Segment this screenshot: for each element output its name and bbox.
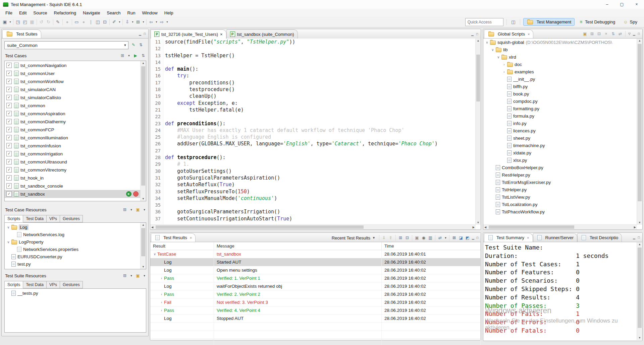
checkbox-icon[interactable]: ✓ [6, 159, 12, 164]
tree-file-comboboxhelper-py[interactable]: ComboBoxHelper.py [483, 164, 637, 171]
checkbox-icon[interactable]: ✓ [6, 119, 12, 124]
next-failure-icon[interactable]: ⇩ [381, 235, 387, 241]
maximize-view-icon[interactable]: □ [476, 235, 479, 241]
result-row[interactable]: ›FailNot verified: 3. VerPoint 328.06.20… [150, 298, 481, 306]
new-test-case-icon[interactable]: ⊞ [119, 53, 125, 59]
result-row[interactable]: LogStopped AUT28.06.2019 16:40:02 [150, 315, 481, 323]
test-suite-resources-tab-scripts[interactable]: Scripts [4, 281, 23, 288]
new-file-icon[interactable]: ⊞ [589, 31, 595, 37]
tree-file-tstlistview-py[interactable]: TstListView.py [483, 193, 637, 201]
tree-file-timemachine-py[interactable]: timemachine.py [483, 142, 637, 149]
filter-icon[interactable]: ⇄ [437, 235, 443, 241]
tree-file-xldate-py[interactable]: xldate.py [483, 149, 637, 156]
tree-file-tsterrormsgexerciser-py[interactable]: TstErrorMsgExerciser.py [483, 179, 637, 186]
menu-help[interactable]: Help [161, 9, 177, 16]
new-test-suite-icon[interactable]: ▣ [1, 18, 8, 26]
delete-icon[interactable]: × [603, 31, 609, 37]
checkbox-icon[interactable]: ✓ [6, 183, 12, 189]
tree-folder-examples[interactable]: ›examples [483, 68, 637, 75]
minimize-view-icon[interactable]: ▁ [632, 31, 636, 37]
suite-selector[interactable]: suite_Common ▼ [4, 41, 128, 49]
tree-folder-squish-global[interactable]: ∨squish-global(D:\OG05N0012E\Work\CZMS\P… [483, 39, 637, 46]
undo-icon[interactable]: ↺ [38, 18, 45, 26]
maximize-view-icon[interactable]: □ [475, 31, 479, 37]
sort-icon[interactable]: ⇅ [610, 31, 616, 37]
tab-test-summary[interactable]: Test Summary× [484, 233, 533, 242]
expander-icon[interactable]: › [502, 63, 506, 66]
tree-folder-log[interactable]: ∨Log [5, 223, 141, 231]
test-case-tst-commonuser[interactable]: ✓tst_commonUser [5, 69, 141, 77]
run-suite-icon[interactable]: ▶ [132, 53, 139, 59]
step-icon[interactable]: ⊡ [101, 18, 108, 26]
tree-file-xlsx-py[interactable]: xlsx.py [483, 156, 637, 164]
new-folder-icon[interactable]: ▣ [135, 273, 141, 279]
test-case-tst-simulatorcallisto[interactable]: ✓tst_simulatorCallisto [5, 93, 141, 101]
close-icon[interactable]: × [220, 32, 223, 37]
checkbox-icon[interactable]: ✓ [6, 143, 12, 148]
new-case-dropdown-icon[interactable]: ▾ [127, 53, 131, 59]
redo-icon[interactable]: ↻ [45, 18, 52, 26]
perspective-test-debugging[interactable]: ✳Test Debugging [576, 18, 619, 26]
result-row[interactable]: LogwaitForObjectExists returned obj28.06… [150, 282, 481, 290]
minimize-view-icon[interactable]: ▁ [471, 31, 474, 37]
tree-file-networkservices-properties[interactable]: NetworkServices.properties [5, 246, 141, 253]
clear-results-icon[interactable]: ⊠ [451, 235, 457, 241]
add-global-dir-icon[interactable]: ▣ [582, 31, 588, 37]
test-case-tst-commonaspiration[interactable]: ✓tst_commonAspiration [5, 110, 141, 118]
jump-dropdown-icon[interactable]: ▾ [131, 18, 135, 26]
checkbox-icon[interactable]: ✓ [6, 135, 12, 140]
stop-record-icon[interactable] [133, 191, 139, 197]
expander-icon[interactable]: ∨ [485, 41, 489, 44]
chevron-down-icon[interactable]: ▼ [122, 44, 128, 47]
pause-icon[interactable]: ∥ [87, 18, 94, 26]
new-folder-icon[interactable]: ⊟ [596, 31, 602, 37]
minimize-view-icon[interactable]: ▁ [471, 235, 475, 241]
maximize-view-icon[interactable]: □ [637, 31, 641, 37]
test-case-resources-tab-vps[interactable]: VPs [47, 215, 60, 222]
checkbox-icon[interactable]: ✓ [6, 151, 12, 156]
save-icon[interactable]: ▦ [29, 18, 36, 26]
editor-hscrollbar[interactable]: ◀ ▶ [150, 224, 476, 229]
code-editor[interactable]: 1112131415161718192021222324252627282930… [150, 39, 476, 225]
test-case-resources-tab-test-data[interactable]: Test Data [23, 215, 47, 222]
expander-icon[interactable]: › [159, 292, 164, 296]
expander-icon[interactable]: ∨ [152, 252, 157, 256]
test-case-tst-commonworkflow[interactable]: ✓tst_commonWorkflow [5, 77, 141, 85]
tree-file-formula-py[interactable]: formula.py [483, 112, 637, 120]
back-icon[interactable]: ⇦ [148, 18, 155, 26]
perspective-spy[interactable]: ☺Spy [620, 18, 641, 26]
copy-results-icon[interactable]: ▥ [427, 235, 433, 241]
screenshot-icon[interactable]: ▣ [414, 235, 420, 241]
test-case-tst-commonfcp[interactable]: ✓tst_commonFCP [5, 126, 141, 134]
menu-source[interactable]: Source [30, 9, 50, 16]
menu-navigate[interactable]: Navigate [79, 9, 103, 16]
launch-aut-icon[interactable]: ▭ [73, 18, 80, 26]
global-scripts-vscrollbar[interactable]: ▲ ▼ [637, 39, 642, 225]
editor-tab-tst-sandbox-suite-common[interactable]: Ptst_sandbox (suite_Common) [226, 29, 298, 39]
tree-file-tstlocalization-py[interactable]: TstLocalization.py [483, 201, 637, 208]
test-case-tst-commonultrasound[interactable]: ✓tst_commonUltrasound [5, 158, 141, 166]
test-case-tst-commonnavigation[interactable]: ✓tst_commonNavigation [5, 61, 141, 69]
export-results-icon[interactable]: ◪ [458, 235, 464, 241]
new-dropdown-icon[interactable]: ▾ [8, 18, 12, 26]
tab-global-scripts[interactable]: Global Scripts × [484, 29, 533, 38]
record-snippet-icon[interactable]: ✎ [54, 18, 61, 26]
new-folder-dropdown-icon[interactable]: ▾ [143, 207, 146, 213]
result-row[interactable]: ›PassVerified: 1. VerPoint 128.06.2019 1… [150, 274, 481, 282]
test-case-resources-tab-gestures[interactable]: Gestures [60, 215, 83, 222]
test-suite-resources-tab-gestures[interactable]: Gestures [60, 281, 83, 288]
tree-file-tstphacoworkflow-py[interactable]: TstPhacoWorkflow.py [483, 208, 637, 215]
new-folder-dropdown-icon[interactable]: ▾ [143, 273, 146, 279]
sort-cases-icon[interactable]: ⇅ [140, 53, 146, 59]
checkbox-icon[interactable]: ✓ [6, 63, 12, 68]
filter-dropdown-icon[interactable]: ▾ [444, 235, 447, 241]
minimize-view-icon[interactable]: ▁ [632, 234, 636, 240]
test-suite-resources-tab-vps[interactable]: VPs [47, 281, 60, 288]
test-suite-resources-tab-test-data[interactable]: Test Data [23, 281, 47, 288]
tree-file-formatting-py[interactable]: formatting.py [483, 105, 637, 112]
interrupt-icon[interactable]: ◫ [94, 18, 101, 26]
result-row[interactable]: ›PassVerified: 2. VerPoint 228.06.2019 1… [150, 290, 481, 298]
tree-file-licences-py[interactable]: licences.py [483, 127, 637, 134]
stop-aut-icon[interactable]: ● [80, 18, 87, 26]
new-file-icon[interactable]: ⊞ [122, 273, 128, 279]
